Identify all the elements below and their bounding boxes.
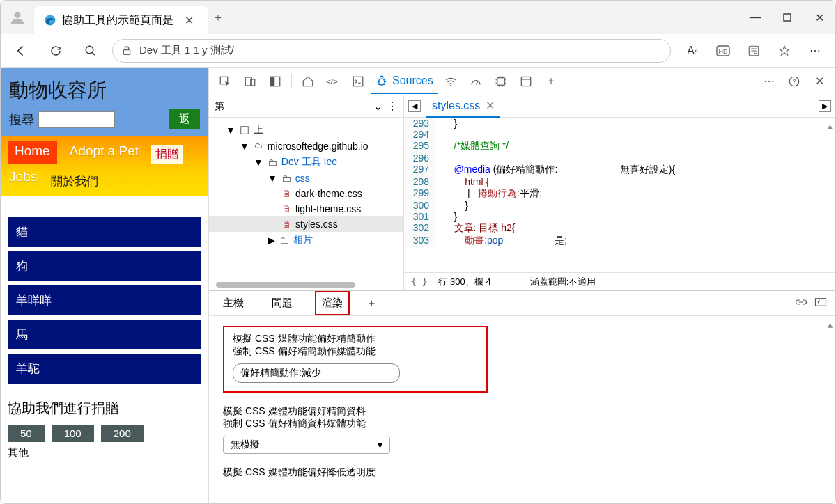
close-tab-icon[interactable]: ✕ xyxy=(179,10,199,30)
scroll-up-icon[interactable]: ▴ xyxy=(828,120,833,132)
help-icon[interactable]: ? xyxy=(782,70,806,93)
browser-tab[interactable]: 協助工具的示範頁面是 ✕ xyxy=(34,6,208,34)
animal-list: 貓 狗 羊咩咩 馬 羊駝 xyxy=(8,217,201,384)
svg-point-16 xyxy=(450,84,451,86)
console-icon[interactable] xyxy=(346,70,370,93)
sources-label: Sources xyxy=(392,74,433,87)
nav-about[interactable]: 關於我們 xyxy=(49,171,100,192)
profile-icon[interactable] xyxy=(1,10,34,25)
tree-file[interactable]: 🗎 dark-theme.css xyxy=(209,186,403,201)
scroll-up-icon[interactable]: ▴ xyxy=(828,319,833,330)
drawer-tab-issues[interactable]: 問題 xyxy=(266,292,298,314)
tree-folder-dev[interactable]: ▼ 🗀 Dev 工具 Iee xyxy=(209,154,403,171)
reduced-motion-select[interactable]: 偏好精簡動作:減少 xyxy=(233,363,400,383)
sources-tab[interactable]: Sources xyxy=(371,69,438,94)
memory-icon[interactable] xyxy=(489,70,513,93)
svg-rect-14 xyxy=(353,77,363,86)
welcome-icon[interactable] xyxy=(296,70,320,93)
list-item[interactable]: 狗 xyxy=(8,251,201,281)
link-icon[interactable] xyxy=(795,297,807,309)
search-button[interactable] xyxy=(77,38,104,64)
more-tabs-icon[interactable]: ＋ xyxy=(539,70,563,93)
application-icon[interactable] xyxy=(514,70,538,93)
chevron-down-icon: ▾ xyxy=(378,439,382,450)
donate-100[interactable]: 100 xyxy=(52,425,94,442)
device-icon[interactable] xyxy=(238,70,262,93)
format-icon[interactable]: { } xyxy=(411,276,427,287)
coverage-status: 涵蓋範圍:不適用 xyxy=(530,276,596,288)
more-icon[interactable]: ⋯ xyxy=(757,70,781,93)
close-devtools-icon[interactable]: ✕ xyxy=(807,70,831,93)
nav-adopt[interactable]: Adopt a Pet xyxy=(68,141,140,164)
search-label: 搜尋 xyxy=(9,111,34,128)
tree-folder-photos[interactable]: ▶ 🗀 相片 xyxy=(209,232,403,249)
nav-toggle-icon[interactable]: ◀ xyxy=(408,100,421,112)
dock-icon[interactable] xyxy=(263,70,287,93)
search-input[interactable] xyxy=(38,111,115,128)
list-item[interactable]: 羊咩咩 xyxy=(8,285,201,315)
tree-top[interactable]: ▼ 上 xyxy=(209,122,403,139)
drawer-tab-rendering[interactable]: 渲染 xyxy=(315,291,350,315)
close-window-button[interactable]: ✕ xyxy=(803,3,835,31)
list-item[interactable]: 馬 xyxy=(8,320,201,349)
donate-heading: 協助我們進行捐贈 xyxy=(8,399,201,418)
svg-rect-22 xyxy=(816,299,826,306)
section-title: 模擬 CSS 媒體功能偏好精簡動作 xyxy=(233,333,478,345)
reading-list-icon[interactable] xyxy=(741,38,767,64)
reduced-data-select[interactable]: 無模擬▾ xyxy=(223,436,390,454)
list-item[interactable]: 羊駝 xyxy=(8,354,201,384)
tree-domain[interactable]: ▼ microsoftedge.github.io xyxy=(209,139,403,154)
performance-icon[interactable] xyxy=(464,70,488,93)
svg-rect-12 xyxy=(270,77,274,86)
svg-rect-10 xyxy=(251,79,255,86)
cursor-position: 行 300、欄 4 xyxy=(438,276,490,288)
back-button[interactable] xyxy=(8,38,34,64)
code-content[interactable]: ▴ 293 } 294 295 /*媒體查詢 */ 296 297 @media… xyxy=(404,118,835,272)
list-item[interactable]: 貓 xyxy=(8,217,201,247)
svg-rect-2 xyxy=(784,14,791,21)
page-content: 動物收容所 搜尋 返 Home Adopt a Pet 捐贈 Jobs 關於我們… xyxy=(1,68,208,503)
site-nav: Home Adopt a Pet 捐贈 Jobs 關於我們 xyxy=(1,136,208,196)
scrollbar[interactable] xyxy=(209,278,403,290)
donate-50[interactable]: 50 xyxy=(8,425,45,442)
section-subtitle: 強制 CSS 偏好精簡動作媒體功能 xyxy=(233,345,478,358)
read-aloud-icon[interactable]: A» xyxy=(679,38,706,64)
nav-donate[interactable]: 捐贈 xyxy=(151,145,183,164)
more-icon[interactable]: ⋮ xyxy=(387,100,398,113)
close-file-icon[interactable]: ✕ xyxy=(486,99,495,112)
code-tab[interactable]: styles.css ✕ xyxy=(426,95,500,118)
lock-icon xyxy=(121,45,132,56)
minimize-button[interactable]: ― xyxy=(739,3,771,31)
chevron-down-icon[interactable]: ⌄ xyxy=(373,100,382,113)
more-files-icon[interactable]: ▶ xyxy=(819,100,831,112)
file-navigator: 第 ⌄ ⋮ ▼ 上 ▼ microsoftedge.github.io ▼ 🗀 … xyxy=(209,95,404,290)
return-button[interactable]: 返 xyxy=(169,109,200,129)
svg-text:HD: HD xyxy=(719,48,728,55)
tree-file[interactable]: 🗎 light-theme.css xyxy=(209,201,403,216)
page-tab[interactable]: 第 xyxy=(215,100,224,113)
network-icon[interactable] xyxy=(439,70,463,93)
refresh-button[interactable] xyxy=(42,38,69,64)
bug-icon xyxy=(376,74,388,87)
maximize-button[interactable] xyxy=(771,3,803,31)
elements-icon[interactable]: </> xyxy=(321,70,345,93)
browser-toolbar: Dev 工具 1 1 y 測試/ A» HD ⋯ xyxy=(1,34,835,68)
svg-text:?: ? xyxy=(792,78,796,85)
section-title: 模擬 CSS 媒體功能偏好降低透明度 xyxy=(223,466,821,479)
new-tab-button[interactable]: ＋ xyxy=(208,8,228,27)
add-drawer-tab[interactable]: ＋ xyxy=(366,297,377,310)
drawer-tab-console[interactable]: 主機 xyxy=(217,292,249,314)
donate-200[interactable]: 200 xyxy=(101,425,144,442)
devtools-tabbar: </> Sources ＋ ⋯ ? ✕ xyxy=(209,68,835,95)
nav-home[interactable]: Home xyxy=(8,141,57,164)
hd-icon[interactable]: HD xyxy=(710,38,736,64)
address-bar[interactable]: Dev 工具 1 1 y 測試/ xyxy=(112,39,671,63)
tree-file-selected[interactable]: 🗎 styles.css xyxy=(209,216,403,232)
tree-folder-css[interactable]: ▼ 🗀 css xyxy=(209,171,403,186)
menu-icon[interactable]: ⋯ xyxy=(802,38,828,64)
favorites-icon[interactable] xyxy=(771,38,798,64)
inspect-icon[interactable] xyxy=(213,70,237,93)
site-title: 動物收容所 xyxy=(9,77,200,104)
nav-jobs[interactable]: Jobs xyxy=(8,166,38,192)
expand-drawer-icon[interactable] xyxy=(814,297,827,309)
